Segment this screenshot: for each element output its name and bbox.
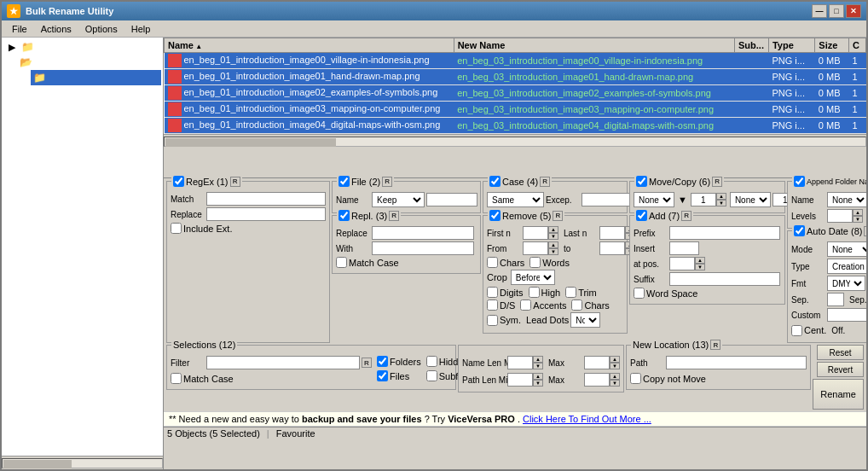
add-checkbox[interactable] [636,210,647,221]
autodate-sep-input[interactable] [827,293,844,306]
regex-include-ext-checkbox[interactable] [171,223,182,234]
namelen-min-input[interactable]: 0 [507,356,533,369]
remove-high-checkbox[interactable] [529,287,540,298]
pathlen-min-input[interactable]: 0 [507,373,533,387]
newlocation-r-button[interactable]: R [710,340,720,350]
repl-match-case-checkbox[interactable] [336,257,347,268]
table-row[interactable]: en_beg_01_introduction_image00_village-i… [165,53,866,69]
newlocation-copynotmove-checkbox[interactable] [630,373,641,384]
selections-files-checkbox[interactable] [377,370,388,381]
movecopy-r-button[interactable]: R [712,177,722,187]
appendfolder-levels-input[interactable]: 1 [827,209,853,223]
reset-button[interactable]: Reset [817,345,864,360]
minimize-button[interactable]: — [812,4,827,18]
add-atpos-down[interactable]: ▼ [695,264,705,270]
remove-from-up[interactable]: ▲ [548,241,558,248]
remove-firstn-up[interactable]: ▲ [548,226,558,233]
regex-replace-input[interactable] [206,207,326,221]
namelen-min-down[interactable]: ▼ [533,363,543,369]
file-name-input[interactable] [426,193,477,206]
filelist-scrollbar[interactable] [164,134,866,148]
col-size[interactable]: Size [815,38,849,53]
newlocation-path-input[interactable] [666,356,807,369]
table-row[interactable]: en_beg_01_introduction_image03_mapping-o… [165,102,866,118]
pathlen-max-input[interactable]: 0 [584,373,610,387]
col-c[interactable]: C [849,38,866,53]
autodate-type-select[interactable]: Creation (Cur [827,259,866,274]
selections-r-button[interactable]: R [362,358,372,368]
namelen-min-up[interactable]: ▲ [533,356,543,363]
file-list[interactable]: Name New Name Sub... Type Size C en_beg_… [164,38,866,134]
autodate-mode-select[interactable]: None [827,241,866,257]
tree-scroll-thumb[interactable] [3,460,72,468]
autodate-r-button[interactable]: R [864,226,866,236]
movecopy-select1[interactable]: None [634,192,674,207]
repl-r-button[interactable]: R [389,211,399,221]
col-sub[interactable]: Sub... [735,38,769,53]
filelist-scroll-thumb[interactable] [165,138,336,147]
namelen-max-up[interactable]: ▲ [610,356,620,363]
add-prefix-input[interactable] [669,226,780,240]
autodate-fmt-select[interactable]: DMY [827,276,865,291]
appendfolder-checkbox[interactable] [794,176,805,187]
appendfolder-name-select[interactable]: None [827,192,866,207]
movecopy-spin1-up[interactable]: ▲ [716,193,726,200]
menu-help[interactable]: Help [124,22,158,36]
pathlen-max-up[interactable]: ▲ [610,373,620,380]
appendfolder-levels-down[interactable]: ▼ [853,216,863,223]
add-atpos-up[interactable]: ▲ [695,257,705,264]
autodate-cent-checkbox[interactable] [791,325,802,336]
file-checkbox[interactable] [339,176,350,187]
movecopy-select2[interactable]: None [730,192,771,207]
selections-matchcase-checkbox[interactable] [171,373,182,384]
case-except-input[interactable] [582,193,633,206]
remove-lastn-input[interactable]: 0 [599,226,625,240]
add-atpos-input[interactable]: 8 [669,257,695,270]
regex-checkbox[interactable] [173,176,184,187]
filelist-scroll-track[interactable] [164,137,866,147]
tree-scrollbar[interactable] [2,456,163,469]
appendfolder-levels-up[interactable]: ▲ [853,209,863,216]
add-suffix-input[interactable] [669,272,780,286]
remove-non-select[interactable]: Non [570,312,600,328]
add-insert-input[interactable]: 03 [669,241,699,255]
table-row[interactable]: en_beg_01_introduction_image02_examples-… [165,85,866,102]
repl-replace-input[interactable] [372,226,474,240]
tree-scroll-track[interactable] [2,458,163,468]
col-new-name[interactable]: New Name [454,38,734,53]
info-link[interactable]: Click Here To Find Out More ... [523,414,651,424]
add-wordspace-checkbox[interactable] [634,288,645,299]
remove-chars2-checkbox[interactable] [571,299,582,311]
close-button[interactable]: ✕ [846,4,861,18]
maximize-button[interactable]: □ [829,4,844,18]
repl-with-input[interactable] [372,241,474,255]
pathlen-max-down[interactable]: ▼ [610,380,620,387]
namelen-max-input[interactable]: 0 [584,356,610,369]
remove-from-down[interactable]: ▼ [548,248,558,255]
remove-sym-checkbox[interactable] [487,315,498,326]
col-name[interactable]: Name [165,38,454,53]
repl-checkbox[interactable] [339,210,350,221]
case-r-button[interactable]: R [540,177,550,187]
menu-file[interactable]: File [5,22,34,36]
regex-match-input[interactable] [206,192,326,206]
tree-node-sub[interactable]: 📂 [17,55,161,70]
remove-crop-select[interactable]: Before After [511,270,555,285]
selections-filter-input[interactable]: * [206,356,360,369]
col-type[interactable]: Type [768,38,814,53]
revert-button[interactable]: Revert [817,362,864,377]
remove-firstn-down[interactable]: ▼ [548,233,558,240]
case-checkbox[interactable] [489,176,501,187]
menu-actions[interactable]: Actions [34,22,78,36]
remove-r-button[interactable]: R [553,211,563,221]
table-row[interactable]: en_beg_01_introduction_image01_hand-draw… [165,69,866,85]
movecopy-checkbox[interactable] [636,176,647,187]
selections-folders-checkbox[interactable] [377,356,388,367]
rename-button[interactable]: Rename [813,379,864,410]
menu-options[interactable]: Options [78,22,124,36]
folder-tree[interactable]: ▶ 📁 📂 📁 [2,38,163,456]
regex-r-button[interactable]: R [230,177,240,187]
pathlen-min-down[interactable]: ▼ [533,380,543,387]
add-r-button[interactable]: R [681,211,692,221]
selections-subfolders-checkbox[interactable] [426,370,437,381]
